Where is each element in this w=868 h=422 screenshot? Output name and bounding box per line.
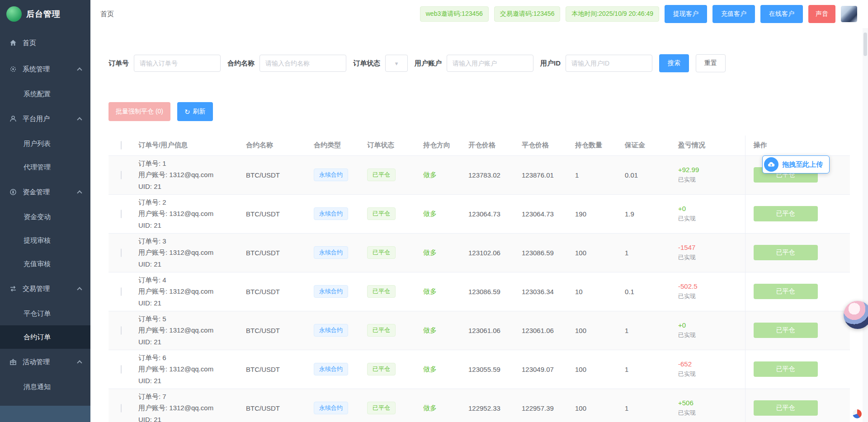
uid-text: UID: 21	[138, 258, 237, 270]
cell-open-price: 123055.59	[464, 350, 517, 389]
sidebar-item-withdraw-review[interactable]: 提现审核	[0, 229, 90, 252]
sidebar-item-agent-management[interactable]: 代理管理	[0, 155, 90, 179]
breadcrumb[interactable]: 首页	[100, 10, 114, 19]
floating-avatar[interactable]	[844, 301, 868, 329]
drag-upload-dropzone[interactable]: 拖拽至此上传	[762, 155, 830, 173]
filter-contract-name: 合约名称	[227, 55, 346, 72]
row-checkbox[interactable]	[121, 249, 122, 257]
cell-contract-type: 永续合约	[309, 233, 363, 272]
sidebar-item-user-list[interactable]: 用户列表	[0, 132, 90, 155]
direction-text: 做多	[423, 365, 437, 373]
drag-upload-label: 拖拽至此上传	[782, 160, 823, 169]
contract-type-badge: 永续合约	[314, 324, 348, 337]
cell-contract-type: 永续合约	[309, 311, 363, 350]
row-checkbox[interactable]	[121, 404, 122, 413]
sidebar-group-label: 交易管理	[23, 285, 50, 293]
reset-button[interactable]: 重置	[696, 54, 726, 72]
contract-type-badge: 永续合约	[314, 402, 348, 414]
contract-type-badge: 永续合约	[314, 363, 348, 375]
row-checkbox[interactable]	[121, 287, 122, 296]
sidebar-group-activity[interactable]: 活动管理	[0, 349, 90, 375]
direction-text: 做多	[423, 326, 437, 334]
sidebar-item-label: 提现审核	[24, 236, 51, 245]
uid-text: UID: 21	[138, 414, 237, 422]
pnl-realized-note: 已实现	[678, 176, 741, 184]
sound-button[interactable]: 声音	[808, 5, 835, 23]
closed-action-button[interactable]: 已平仓	[754, 206, 818, 221]
sidebar-group-funds[interactable]: 资金管理	[0, 179, 90, 205]
order-no-label: 订单号	[108, 59, 129, 68]
sidebar-group-trading[interactable]: 交易管理	[0, 276, 90, 302]
sidebar-group-label: 资金管理	[23, 188, 50, 197]
cell-quantity: 100	[571, 389, 620, 422]
batch-force-close-button[interactable]: 批量强制平仓 (0)	[108, 102, 170, 121]
trade-arrows-icon	[9, 285, 17, 293]
cell-pnl: +0 已实现	[674, 311, 745, 350]
scrollbar-thumb[interactable]	[863, 33, 867, 56]
withdraw-customers-button[interactable]: 提现客户	[665, 5, 707, 23]
cell-action: 已平仓	[745, 194, 850, 233]
cell-pnl: +506 已实现	[674, 389, 745, 422]
cell-quantity: 100	[571, 233, 620, 272]
uid-text: UID: 21	[138, 336, 237, 348]
sidebar-item-closed-orders[interactable]: 平仓订单	[0, 302, 90, 325]
user-account-text: 用户账号: 1312@qq.com	[138, 247, 237, 258]
cell-close-price: 123064.73	[517, 194, 571, 233]
pnl-value: -652	[678, 360, 741, 368]
home-icon	[9, 39, 17, 47]
sidebar-item-system-config[interactable]: 系统配置	[0, 82, 90, 106]
closed-action-button[interactable]: 已平仓	[754, 245, 818, 260]
order-status-badge: 已平仓	[367, 207, 396, 220]
sidebar-item-contract-orders[interactable]: 合约订单	[0, 325, 90, 349]
user-id-input[interactable]	[566, 55, 652, 72]
online-customers-button[interactable]: 在线客户	[760, 5, 803, 23]
closed-action-button[interactable]: 已平仓	[754, 361, 818, 377]
order-status-badge: 已平仓	[367, 402, 396, 414]
order-no-input[interactable]	[134, 55, 221, 72]
closed-action-button[interactable]: 已平仓	[754, 323, 818, 338]
table-header: 订单号/用户信息 合约名称 合约类型 订单状态 持仓方向 开仓价格 平仓价格 持…	[108, 136, 850, 155]
recharge-customers-button[interactable]: 充值客户	[712, 5, 755, 23]
sidebar-group-system[interactable]: 系统管理	[0, 56, 90, 82]
sidebar-item-message-notice[interactable]: 消息通知	[0, 375, 90, 399]
refresh-icon: ↻	[184, 108, 190, 115]
sidebar-menu: 首页 系统管理 系统配置 平台用户 用户列表 代理管理 资金管理 资金变动	[0, 28, 90, 406]
select-all-checkbox[interactable]	[121, 141, 122, 150]
sidebar-item-home[interactable]: 首页	[0, 30, 90, 56]
sidebar-item-fund-changes[interactable]: 资金变动	[0, 205, 90, 229]
sidebar: 后台管理 首页 系统管理 系统配置 平台用户 用户列表 代理管理 资金管理	[0, 0, 90, 422]
row-checkbox[interactable]	[121, 365, 122, 374]
scrollbar-track	[863, 28, 868, 422]
money-icon	[9, 188, 17, 196]
closed-action-button[interactable]: 已平仓	[754, 400, 818, 416]
cell-close-price: 123876.01	[517, 155, 571, 194]
contract-name-input[interactable]	[259, 55, 346, 72]
local-time-badge: 本地时间:2025/10/9 20:46:49	[566, 6, 659, 22]
cell-contract-name: BTC/USDT	[241, 155, 309, 194]
filter-user-account: 用户账户	[415, 55, 533, 72]
sidebar-item-recharge-review[interactable]: 充值审核	[0, 252, 90, 276]
sidebar-item-label: 系统配置	[24, 90, 51, 98]
row-checkbox[interactable]	[121, 326, 122, 335]
user-account-text: 用户账号: 1312@qq.com	[138, 402, 237, 414]
closed-action-button[interactable]: 已平仓	[754, 284, 818, 299]
cell-contract-name: BTC/USDT	[241, 194, 309, 233]
row-checkbox[interactable]	[121, 171, 122, 179]
sidebar-group-platform-users[interactable]: 平台用户	[0, 106, 90, 132]
cell-order-status: 已平仓	[363, 233, 419, 272]
user-account-input[interactable]	[447, 55, 533, 72]
floating-widget-icon[interactable]	[853, 409, 862, 418]
cell-order-info: 订单号: 1 用户账号: 1312@qq.com UID: 21	[134, 155, 241, 194]
sidebar-collapse-button[interactable]	[0, 406, 90, 422]
refresh-button[interactable]: ↻ 刷新	[177, 102, 213, 121]
orders-table: 订单号/用户信息 合约名称 合约类型 订单状态 持仓方向 开仓价格 平仓价格 持…	[108, 136, 850, 422]
user-avatar[interactable]	[841, 6, 857, 22]
order-status-badge: 已平仓	[367, 285, 396, 298]
row-checkbox[interactable]	[121, 210, 122, 218]
cell-margin: 0.01	[620, 155, 674, 194]
table-row: 订单号: 4 用户账号: 1312@qq.com UID: 21 BTC/USD…	[108, 272, 850, 311]
search-button[interactable]: 搜索	[659, 54, 689, 72]
cell-open-price: 123086.59	[464, 272, 517, 311]
direction-text: 做多	[423, 210, 437, 217]
order-status-select[interactable]: ▾	[385, 55, 408, 72]
